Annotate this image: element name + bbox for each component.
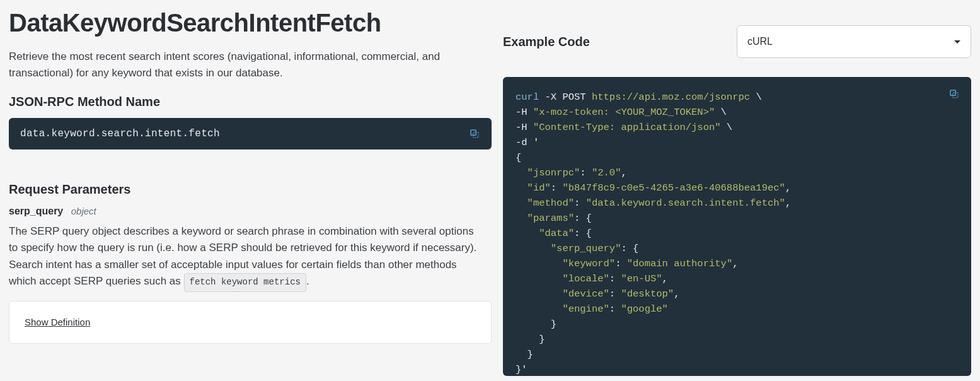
param-type: object	[71, 206, 96, 216]
code-token: ,	[621, 167, 626, 179]
code-token: ,	[785, 197, 791, 209]
copy-icon[interactable]	[948, 88, 960, 100]
code-token: "params"	[516, 213, 574, 224]
code-token: :	[580, 167, 592, 179]
code-token: "desktop"	[621, 288, 674, 300]
code-token: "engine"	[516, 303, 609, 315]
svg-rect-3	[950, 90, 955, 95]
code-token: "data.keyword.search.intent.fetch"	[586, 197, 785, 209]
code-token: "google"	[621, 303, 667, 315]
language-selected: cURL	[747, 36, 773, 47]
example-code-title: Example Code	[503, 35, 590, 49]
code-token: -d '	[516, 137, 539, 148]
param-desc-part2: .	[306, 275, 309, 287]
page-title: DataKeywordSearchIntentFetch	[9, 9, 492, 37]
code-token: "data"	[516, 228, 574, 239]
code-token: "serp_query"	[516, 243, 621, 254]
doc-right-column: Example Code cURL curl -X POST https://a…	[503, 0, 980, 381]
code-token: ,	[674, 288, 679, 300]
code-token: :	[615, 258, 627, 269]
example-code-block: curl -X POST https://api.moz.com/jsonrpc…	[503, 77, 971, 376]
code-token: }	[516, 334, 545, 345]
code-token: "jsonrpc"	[516, 167, 580, 179]
code-token: \	[721, 122, 733, 133]
code-token: https://api.moz.com/jsonrpc	[592, 91, 750, 103]
method-name-box: data.keyword.search.intent.fetch	[9, 118, 492, 149]
copy-icon[interactable]	[469, 128, 480, 139]
doc-left-column: DataKeywordSearchIntentFetch Retrieve th…	[0, 0, 503, 381]
code-token: "b847f8c9-c0e5-4265-a3e6-40688bea19ec"	[562, 182, 785, 194]
code-token: :	[551, 182, 563, 194]
code-token: :	[609, 273, 621, 284]
params-heading: Request Parameters	[9, 182, 492, 197]
code-token: {	[516, 152, 521, 163]
code-token: : {	[574, 213, 592, 224]
code-token: -H	[516, 122, 533, 133]
inline-code-fetch-keyword-metrics[interactable]: fetch keyword metrics	[184, 273, 306, 292]
code-token: "device"	[516, 288, 609, 300]
param-description: The SERP query object describes a keywor…	[9, 223, 481, 292]
code-token: ,	[785, 182, 791, 194]
method-name: data.keyword.search.intent.fetch	[20, 128, 220, 139]
code-token: }	[516, 349, 533, 360]
definition-card: Show Definition	[9, 301, 492, 344]
param-header: serp_query object	[9, 206, 492, 217]
page-description: Retrieve the most recent search intent s…	[9, 49, 475, 81]
code-token: \	[715, 107, 727, 118]
code-token: "2.0"	[592, 167, 621, 179]
code-token: curl	[516, 91, 539, 103]
code-token: "Content-Type: application/json"	[533, 122, 721, 133]
method-heading: JSON-RPC Method Name	[9, 95, 492, 109]
chevron-down-icon	[954, 40, 960, 44]
code-token: -X POST	[539, 91, 592, 103]
show-definition-link[interactable]: Show Definition	[25, 317, 90, 327]
code-token: :	[609, 288, 621, 300]
code-content: curl -X POST https://api.moz.com/jsonrpc…	[516, 90, 959, 376]
code-token: "keyword"	[516, 258, 615, 269]
code-token: "locale"	[516, 273, 609, 284]
code-token: :	[609, 303, 621, 315]
code-token: "id"	[516, 182, 551, 194]
code-token: "en-US"	[621, 273, 662, 284]
code-token: : {	[621, 243, 638, 254]
svg-rect-1	[471, 130, 476, 135]
code-token: ,	[662, 273, 668, 284]
code-token: }	[516, 319, 556, 330]
code-token: "method"	[516, 197, 574, 209]
code-token: :	[574, 197, 586, 209]
param-name: serp_query	[9, 206, 63, 216]
code-token: "domain authority"	[627, 258, 732, 269]
code-token: "x-moz-token: <YOUR_MOZ_TOKEN>"	[533, 107, 715, 118]
code-token: ,	[732, 258, 738, 269]
code-token: -H	[516, 107, 533, 118]
code-token: \	[750, 91, 762, 103]
code-token: : {	[574, 228, 592, 239]
code-token: }'	[516, 364, 527, 375]
language-select[interactable]: cURL	[737, 25, 971, 58]
